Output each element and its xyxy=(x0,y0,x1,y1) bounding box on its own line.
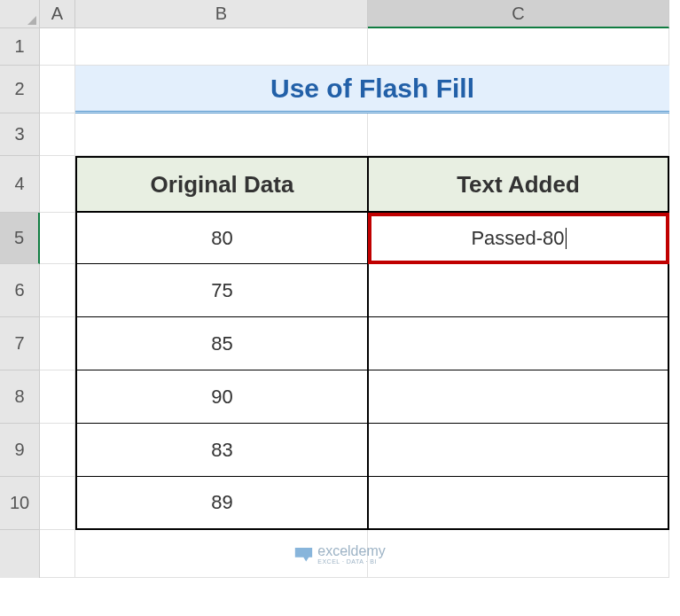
cell-c10[interactable] xyxy=(368,477,669,530)
title-cell[interactable]: Use of Flash Fill xyxy=(75,66,669,113)
cell-b7[interactable]: 85 xyxy=(75,317,368,370)
watermark-sub: EXCEL · DATA · BI xyxy=(317,558,385,565)
cell-a2[interactable] xyxy=(40,66,75,113)
cell-b9[interactable]: 83 xyxy=(75,424,368,477)
watermark: exceldemy EXCEL · DATA · BI xyxy=(294,544,385,565)
cell-b8[interactable]: 90 xyxy=(75,370,368,424)
cell-a3[interactable] xyxy=(40,113,75,156)
watermark-main: exceldemy xyxy=(317,544,385,558)
row-header-3[interactable]: 3 xyxy=(0,113,40,156)
col-header-c[interactable]: C xyxy=(368,0,669,28)
cell-b10[interactable]: 89 xyxy=(75,477,368,530)
cell-a1[interactable] xyxy=(40,28,75,66)
cell-c9[interactable] xyxy=(368,424,669,477)
cell-a9[interactable] xyxy=(40,424,75,477)
row-header-4[interactable]: 4 xyxy=(0,156,40,213)
row-header-10[interactable]: 10 xyxy=(0,477,40,530)
header-added[interactable]: Text Added xyxy=(368,156,669,213)
row-header-8[interactable]: 8 xyxy=(0,370,40,424)
row-header-7[interactable]: 7 xyxy=(0,317,40,370)
cell-a6[interactable] xyxy=(40,264,75,317)
row-header-2[interactable]: 2 xyxy=(0,66,40,113)
row-header-5[interactable]: 5 xyxy=(0,213,40,264)
cell-c5-value: Passed-80 xyxy=(471,227,564,250)
cell-c3[interactable] xyxy=(368,113,669,156)
cell-a4[interactable] xyxy=(40,156,75,213)
row-header-9[interactable]: 9 xyxy=(0,424,40,477)
cell-c8[interactable] xyxy=(368,370,669,424)
cell-a7[interactable] xyxy=(40,317,75,370)
cell-a5[interactable] xyxy=(40,213,75,264)
watermark-icon xyxy=(294,548,312,562)
cell-b6[interactable]: 75 xyxy=(75,264,368,317)
cell-c1[interactable] xyxy=(368,28,669,66)
row-header-11[interactable] xyxy=(0,530,40,578)
col-header-a[interactable]: A xyxy=(40,0,75,28)
select-all-corner[interactable] xyxy=(0,0,40,28)
row-header-1[interactable]: 1 xyxy=(0,28,40,66)
cell-c7[interactable] xyxy=(368,317,669,370)
cell-a8[interactable] xyxy=(40,370,75,424)
header-original[interactable]: Original Data xyxy=(75,156,368,213)
col-header-b[interactable]: B xyxy=(75,0,368,28)
cell-c6[interactable] xyxy=(368,264,669,317)
cell-c11[interactable] xyxy=(368,530,669,578)
text-cursor xyxy=(566,228,567,249)
cell-c5-active[interactable]: Passed-80 xyxy=(368,213,669,264)
cell-b3[interactable] xyxy=(75,113,368,156)
cell-a10[interactable] xyxy=(40,477,75,530)
cell-b1[interactable] xyxy=(75,28,368,66)
row-header-6[interactable]: 6 xyxy=(0,264,40,317)
cell-b5[interactable]: 80 xyxy=(75,213,368,264)
cell-a11[interactable] xyxy=(40,530,75,578)
